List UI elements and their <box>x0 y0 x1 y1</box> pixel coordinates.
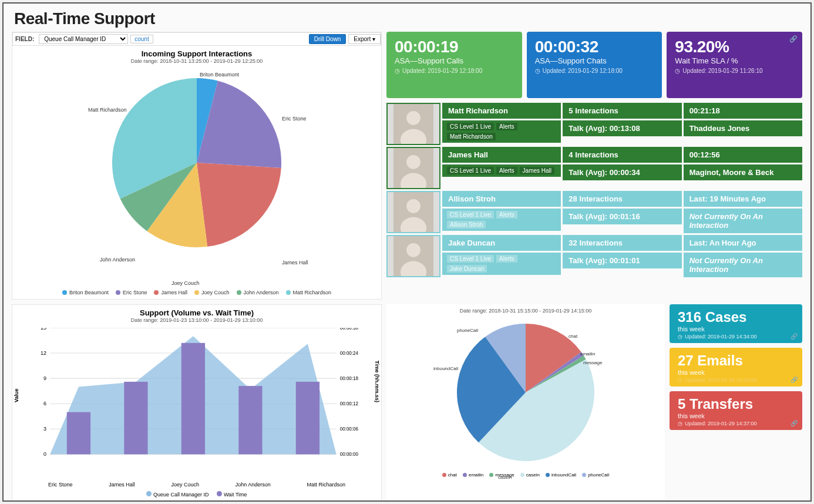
pie-slice-label: Briton Beaumont <box>200 72 239 78</box>
drill-down-button[interactable]: Drill Down <box>309 34 347 44</box>
agent-stat-talk: Talk (Avg): 00:01:01 <box>563 253 681 268</box>
agent-grid: Matt RichardsonCS Level 1 Live Alerts Ma… <box>386 103 802 300</box>
combo-bar[interactable] <box>124 382 147 454</box>
agent-row[interactable]: Matt RichardsonCS Level 1 Live Alerts Ma… <box>386 103 802 145</box>
stat-value: 27 Emails <box>678 352 794 369</box>
svg-text:6: 6 <box>43 401 46 406</box>
legend-item[interactable]: John Anderson <box>237 290 279 295</box>
pie-slice-label: casein <box>498 475 512 480</box>
stat-updated: Updated: 2019-01-29 14:37:00 <box>678 421 794 426</box>
page-title: Real-Time Support <box>4 4 810 32</box>
clock-icon <box>678 334 682 340</box>
export-button[interactable]: Export ▾ <box>348 34 381 44</box>
svg-text:00:00:18: 00:00:18 <box>340 376 359 381</box>
svg-text:15: 15 <box>41 328 46 331</box>
agent-row[interactable]: Allison StrohCS Level 1 Live Alerts Alli… <box>386 191 802 233</box>
panel-interactions: FIELD: Queue Call Manager ID count Drill… <box>12 32 382 300</box>
legend-item[interactable]: James Hall <box>154 290 187 295</box>
agent-tag: CS Level 1 Live <box>447 123 494 130</box>
legend-item[interactable]: chat <box>442 472 457 478</box>
legend-item[interactable]: Matt Richardson <box>286 290 332 295</box>
combo-xlabel: Joey Couch <box>171 482 199 488</box>
svg-point-4 <box>406 155 421 169</box>
agent-tags: CS Level 1 Live Alerts James Hall <box>442 164 561 177</box>
stat-card[interactable]: 27 Emailsthis weekUpdated: 2019-01-29 14… <box>670 348 802 387</box>
stat-card[interactable]: 5 Transfersthis weekUpdated: 2019-01-29 … <box>670 391 802 430</box>
kpi-card[interactable]: 00:00:19ASA—Support CallsUpdated: 2019-0… <box>386 32 522 98</box>
agent-tags: CS Level 1 Live Alerts Matt Richardson <box>442 120 561 143</box>
agent-stat-talk: Talk (Avg): 00:13:08 <box>563 120 681 136</box>
agent-tag: Alerts <box>496 123 517 130</box>
pie-slice-label: phoneCall <box>457 328 478 333</box>
kpi-card[interactable]: 00:00:32ASA—Support ChatsUpdated: 2019-0… <box>527 32 662 98</box>
pie-slice[interactable] <box>197 163 281 247</box>
legend-item[interactable]: Briton Beaumont <box>62 290 109 295</box>
svg-text:00:00:30: 00:00:30 <box>340 328 359 331</box>
pie-slice-label: chat <box>569 334 577 339</box>
stat-label: this week <box>678 412 794 419</box>
kpi-card[interactable]: 🔗93.20%Wait Time SLA / %Updated: 2019-01… <box>667 32 802 98</box>
field-select[interactable]: Queue Call Manager ID <box>39 34 128 44</box>
agent-extra: Maginot, Moore & Beck <box>684 164 802 180</box>
stat-label: this week <box>678 369 794 376</box>
combo-legend: Queue Call Manager ID Wait Time <box>12 488 381 501</box>
combo-bar[interactable] <box>238 386 262 454</box>
stat-card[interactable]: 316 Casesthis weekUpdated: 2019-01-29 14… <box>670 304 802 343</box>
stat-value: 5 Transfers <box>678 396 794 412</box>
legend-item[interactable]: inboundCall <box>546 472 576 478</box>
chart-toolbar: FIELD: Queue Call Manager ID count Drill… <box>12 32 381 46</box>
field-label: FIELD: <box>13 36 36 42</box>
combo-xlabel: Matt Richardson <box>307 482 346 488</box>
pie-slice-label: James Hall <box>282 260 308 266</box>
pie-slice-label: emailin <box>580 351 595 357</box>
legend-item[interactable]: Queue Call Manager ID <box>146 491 208 498</box>
legend-item[interactable]: casein <box>520 472 540 478</box>
pie1-legend: Briton BeaumontEric StoneJames HallJoey … <box>12 286 381 299</box>
count-button[interactable]: count <box>130 35 153 43</box>
combo-xlabel: John Anderson <box>236 482 271 488</box>
combo-bar[interactable] <box>181 343 205 455</box>
legend-item[interactable]: emailin <box>463 472 483 478</box>
agent-time: 00:21:18 <box>684 103 802 119</box>
kpi-row: 00:00:19ASA—Support CallsUpdated: 2019-0… <box>386 32 802 98</box>
kpi-value: 93.20% <box>675 38 794 56</box>
combo-bar[interactable] <box>67 412 90 455</box>
agent-row[interactable]: James HallCS Level 1 Live Alerts James H… <box>386 147 802 189</box>
svg-text:12: 12 <box>41 350 46 356</box>
legend-item[interactable]: phoneCall <box>582 472 609 478</box>
agent-avatar <box>386 191 440 233</box>
combo-xlabel: Eric Stone <box>48 482 73 488</box>
agent-tag: Allison Stroh <box>447 221 486 229</box>
svg-text:3: 3 <box>43 426 46 432</box>
stat-updated: Updated: 2019-01-29 14:34:00 <box>678 377 794 383</box>
link-icon[interactable]: 🔗 <box>791 333 798 340</box>
link-icon[interactable]: 🔗 <box>791 420 798 426</box>
legend-item[interactable]: Joey Couch <box>194 290 230 295</box>
kpi-label: ASA—Support Calls <box>395 56 514 65</box>
combo-bar[interactable] <box>296 382 319 454</box>
legend-item[interactable]: Eric Stone <box>116 290 147 295</box>
link-icon[interactable]: 🔗 <box>791 377 798 383</box>
agent-time: Last: 19 Minutes Ago <box>684 191 802 207</box>
clock-icon <box>675 68 680 74</box>
svg-text:00:00:24: 00:00:24 <box>340 351 359 356</box>
svg-text:0: 0 <box>43 451 46 457</box>
svg-text:00:00:00: 00:00:00 <box>340 452 359 457</box>
svg-point-7 <box>406 199 421 213</box>
stat-value: 316 Cases <box>678 309 794 325</box>
agent-tags: CS Level 1 Live Alerts Jake Duncan <box>442 253 561 275</box>
combo-xlabel: James Hall <box>109 482 135 488</box>
agent-stat-talk: Talk (Avg): 00:00:34 <box>563 164 681 180</box>
link-icon[interactable]: 🔗 <box>789 35 798 43</box>
agent-extra: Thaddeus Jones <box>684 120 802 136</box>
agent-tag: Jake Duncan <box>447 265 487 273</box>
pie1-chart: Briton BeaumontEric StoneJames HallJoey … <box>70 69 323 286</box>
pie-slice-label: message <box>583 360 602 365</box>
agent-row[interactable]: Jake DuncanCS Level 1 Live Alerts Jake D… <box>386 235 802 277</box>
agent-time: 00:12:56 <box>684 147 802 163</box>
agent-name: Allison Stroh <box>442 191 561 207</box>
stat-label: this week <box>678 325 794 332</box>
kpi-value: 00:00:19 <box>395 38 514 56</box>
legend-item[interactable]: Wait Time <box>217 491 247 498</box>
stat-updated: Updated: 2019-01-29 14:34:00 <box>678 334 794 340</box>
